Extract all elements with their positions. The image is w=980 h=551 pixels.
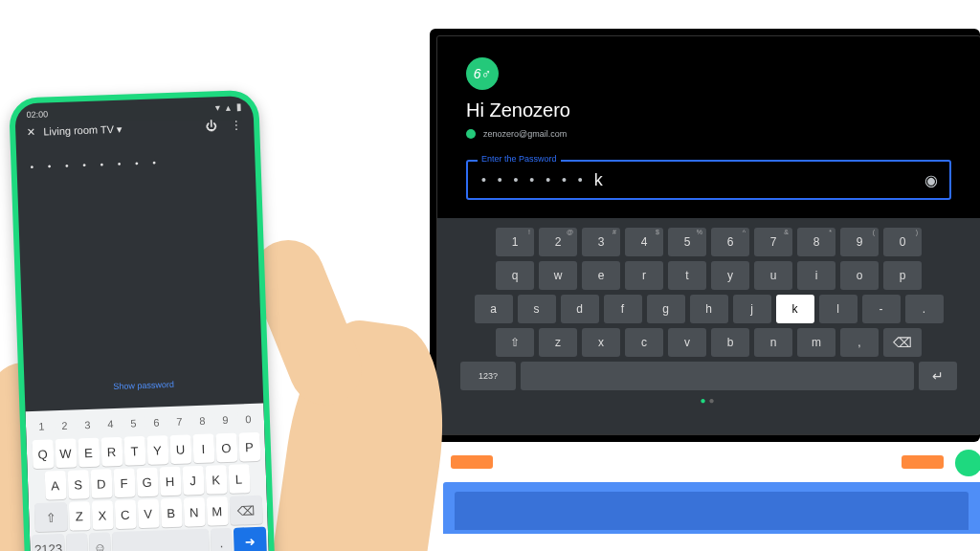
kb-key-m[interactable]: M (206, 496, 228, 526)
kb-key-g[interactable]: G (136, 468, 158, 497)
tvkey-g[interactable]: g (647, 295, 685, 323)
tvkey-k[interactable]: k (776, 295, 814, 323)
kb-key-o[interactable]: O (215, 433, 237, 463)
tvkey-4[interactable]: 4$ (625, 228, 663, 256)
tvkey-z[interactable]: z (539, 328, 577, 357)
kb-key-6[interactable]: 6 (145, 411, 167, 433)
kb-key-5[interactable]: 5 (122, 412, 145, 434)
enter-key[interactable]: ➜ (234, 527, 267, 551)
kb-key-p[interactable]: P (238, 432, 260, 462)
tvkey-f[interactable]: f (604, 295, 642, 323)
kb-key-f[interactable]: F (113, 468, 135, 497)
power-icon[interactable]: ⏻ (206, 119, 217, 132)
speaker-right-icon (902, 455, 944, 469)
tv-enter-key[interactable]: ↵ (919, 362, 957, 390)
tvkey-r[interactable]: r (625, 261, 663, 290)
tvkey-3[interactable]: 3# (582, 228, 620, 256)
kb-key-u[interactable]: U (169, 434, 191, 464)
kb-row-a: ASDFGHJKL (30, 464, 265, 501)
backspace-key[interactable]: ⌫ (229, 496, 262, 525)
comma-key[interactable]: , (66, 533, 88, 551)
kb-key-b[interactable]: B (160, 498, 182, 528)
tvkey-n[interactable]: n (754, 328, 792, 357)
tvkey-u[interactable]: u (754, 261, 792, 290)
tvkey-b[interactable]: b (711, 328, 749, 357)
kb-key-i[interactable]: I (192, 433, 214, 463)
kb-key-3[interactable]: 3 (77, 414, 99, 436)
tvkey-a[interactable]: a (475, 295, 513, 323)
tvkey-j[interactable]: j (733, 295, 771, 323)
emoji-key[interactable]: ☺ (89, 532, 111, 551)
kb-key-r[interactable]: R (100, 437, 122, 467)
cast-device-name[interactable]: Living room TV ▾ (43, 122, 122, 138)
kb-key-v[interactable]: V (137, 499, 159, 529)
tvkey-c[interactable]: c (625, 328, 663, 357)
show-password-link[interactable]: Show password (37, 377, 249, 394)
kb-key-s[interactable]: S (67, 470, 89, 499)
kb-key-7[interactable]: 7 (168, 410, 190, 432)
kb-key-n[interactable]: N (183, 497, 205, 527)
tvkey-q[interactable]: q (496, 261, 534, 290)
tvkey-7[interactable]: 7& (754, 228, 792, 256)
tvkey-x[interactable]: x (582, 328, 620, 357)
tvkey-o[interactable]: o (840, 261, 879, 290)
close-icon[interactable]: ✕ (27, 125, 35, 138)
kb-key-e[interactable]: E (78, 438, 100, 468)
tvkey-5[interactable]: 5% (668, 228, 706, 256)
kb-key-8[interactable]: 8 (191, 409, 213, 431)
tv-space-key[interactable] (521, 362, 914, 390)
tvkey-y[interactable]: y (711, 261, 749, 290)
tvkey-0[interactable]: 0) (883, 228, 922, 256)
kb-key-z[interactable]: Z (68, 501, 90, 531)
kb-key-t[interactable]: T (123, 436, 145, 466)
tvkey-8[interactable]: 8* (797, 228, 835, 256)
phone-password-field[interactable]: • • • • • • • • (30, 154, 241, 172)
kb-key-h[interactable]: H (159, 467, 181, 496)
shift-key[interactable]: ⇧ (33, 502, 67, 532)
tvkey-v[interactable]: v (668, 328, 706, 357)
tvkey--[interactable]: - (862, 295, 901, 323)
kb-key-4[interactable]: 4 (100, 413, 122, 435)
more-icon[interactable]: ⋮ (231, 118, 242, 131)
tv-keyboard: 1!2@3#4$5%6^7&8*9(0) qwertyuiop asdfghjk… (437, 218, 980, 434)
kb-key-w[interactable]: W (55, 438, 77, 468)
kb-key-c[interactable]: C (114, 499, 136, 529)
tvkey-1[interactable]: 1! (496, 228, 534, 256)
tvkey-6[interactable]: 6^ (711, 228, 749, 256)
password-input-label: Enter the Password (478, 154, 561, 164)
tvkey-2[interactable]: 2@ (539, 228, 577, 256)
tvkey-m[interactable]: m (797, 328, 835, 357)
tvkey-i[interactable]: i (797, 261, 835, 290)
tvkey-.[interactable]: . (905, 295, 944, 323)
kb-key-y[interactable]: Y (146, 435, 168, 465)
kb-key-q[interactable]: Q (32, 439, 54, 469)
tvkey-e[interactable]: e (582, 261, 620, 290)
tvkey-h[interactable]: h (690, 295, 728, 323)
kb-key-j[interactable]: J (182, 466, 204, 496)
tv-backspace-key[interactable]: ⌫ (883, 328, 922, 357)
show-password-icon[interactable]: ◉ (924, 171, 938, 189)
kb-key-d[interactable]: D (90, 469, 112, 498)
tvkey-,[interactable]: , (840, 328, 879, 357)
kb-key-a[interactable]: A (44, 471, 66, 500)
kb-key-9[interactable]: 9 (214, 409, 236, 431)
tvkey-d[interactable]: d (561, 295, 599, 323)
kb-key-k[interactable]: K (205, 465, 227, 495)
tvkey-l[interactable]: l (819, 295, 858, 323)
tvkey-s[interactable]: s (518, 295, 556, 323)
kb-key-0[interactable]: 0 (237, 408, 259, 430)
kb-key-1[interactable]: 1 (31, 415, 53, 437)
kb-key-l[interactable]: L (228, 464, 250, 494)
period-key[interactable]: . (211, 528, 233, 551)
space-key[interactable] (112, 529, 210, 551)
tvkey-t[interactable]: t (668, 261, 706, 290)
tvkey-p[interactable]: p (883, 261, 922, 290)
kb-key-x[interactable]: X (91, 500, 113, 530)
tv-symbols-key[interactable]: 123? (460, 362, 516, 390)
tvkey-w[interactable]: w (539, 261, 577, 290)
tvkey-9[interactable]: 9( (840, 228, 879, 256)
symbols-key[interactable]: ?123 (32, 534, 65, 551)
tv-password-input[interactable]: Enter the Password • • • • • • • k ◉ (466, 160, 951, 200)
tv-shift-key[interactable]: ⇧ (496, 328, 534, 357)
kb-key-2[interactable]: 2 (54, 415, 76, 437)
